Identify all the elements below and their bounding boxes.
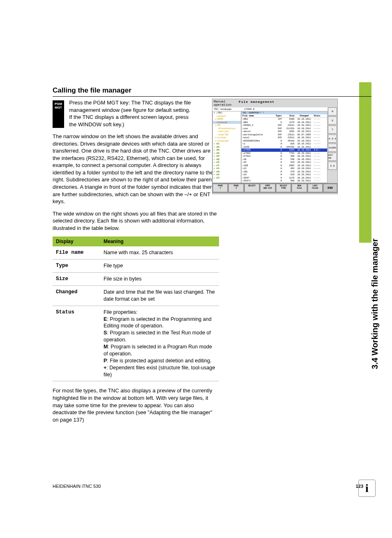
tree-item[interactable]: ▸ ⊟X: [213, 173, 241, 176]
table-cell-display: Status [53, 306, 100, 381]
tree-item[interactable]: ▸▭NK [213, 124, 241, 127]
tree-item[interactable]: ▸ ⊟V: [213, 167, 241, 170]
scr-file-columns: File name Type▾ Size Changed Statu [242, 114, 327, 118]
scr-softkey-row: PAGE⬆ PAGE⬇ SELECT COPY ABC→XYZ SELECT T… [212, 183, 337, 193]
file-row[interactable]: ▭35071H59618.10.2011----- [242, 179, 327, 183]
scr-side-buttons: MST⊕ S ⊕S100%OFF ONS ⊡ [327, 107, 337, 179]
scr-mode: Manual operation [212, 99, 238, 107]
tree-item[interactable]: ▭dumppgm [213, 121, 241, 124]
tree-item[interactable]: ▸ ⊟T: [213, 164, 241, 167]
tree-item[interactable]: ▭smarTNC [213, 133, 241, 137]
softkey-copy[interactable]: COPY ABC→XYZ [260, 184, 275, 192]
table-cell-meaning: File size in bytes [100, 273, 219, 286]
scr-file-list[interactable]: TNC:\DUMPPGM\*.* File name Type▾ Size Ch… [241, 111, 327, 183]
tree-item[interactable]: ▸ ⊟Z: [213, 176, 241, 180]
table-row: File nameName with max. 25 characters [53, 246, 219, 259]
tree-item[interactable]: ▸ ⊟H: [213, 146, 241, 149]
side-button[interactable]: S ⊡ [328, 162, 337, 170]
file-row[interactable]: ▭wzp1DXF2261118.10.2011----- [242, 136, 327, 139]
table-cell-meaning: Date and time that the file was last cha… [100, 285, 219, 306]
file-row[interactable]: ▭1H82618.10.2011----- [242, 142, 327, 146]
tree-item[interactable]: ▸ ⊟Q: [213, 158, 241, 161]
softkey-new-file[interactable]: NEW FILE [292, 184, 307, 192]
scr-path-right: 17000.H [243, 107, 337, 111]
file-row[interactable]: ▭0020500420msH4641625.10.2011----- [242, 139, 327, 143]
scr-tree-title: TNC:\DUMPPGM\*.* [242, 111, 327, 114]
tree-item[interactable]: ▸▭system [213, 136, 241, 139]
file-row[interactable]: ▭17011H36618.10.2011----- [242, 155, 327, 158]
info-icon: i [358, 480, 376, 497]
tree-item[interactable]: ▸▭DEMO [213, 118, 241, 121]
scr-titlebar: Manual operation File management [212, 99, 337, 107]
intro-paragraph: Press the PGM MGT key: The TNC displays … [69, 99, 192, 128]
tree-item[interactable]: ▭Presentation [213, 127, 241, 130]
side-button[interactable]: S [328, 116, 337, 125]
tree-item[interactable]: ▸ ⊟P: [213, 155, 241, 158]
softkey-select[interactable]: SELECT [244, 184, 259, 192]
scr-path-left: TNC:\dumppgm [212, 107, 243, 111]
file-row[interactable]: ▭1639H10443k18.10.2011----- [242, 146, 327, 149]
table-head-display: Display [53, 237, 100, 246]
table-cell-display: Changed [53, 285, 100, 306]
file-row[interactable]: ▭1NLH47818.10.2011----- [242, 170, 327, 174]
table-row: TypeFile type [53, 260, 219, 273]
tree-item[interactable]: ▾ ▭TNC: [213, 111, 241, 115]
softkey-end[interactable]: END [323, 184, 337, 192]
tree-item[interactable]: ▸ ⊟C: [213, 142, 241, 146]
heading-calling-file-manager: Calling the file manager [53, 86, 371, 97]
tree-item[interactable]: ▭service [213, 130, 241, 133]
scr-directory-tree[interactable]: ▾ ▭TNC: ▭cgtech ▸▭DEMO ▭dumppgm ▸▭NK ▭Pr… [212, 111, 241, 183]
softkey-select-type[interactable]: SELECT TYPE [276, 184, 291, 192]
scr-status-line: 94 Objects / 44301.6KBytes / 182.4GBytes… [242, 183, 327, 183]
file-row[interactable]: ▭1FH54418.10.2011----- [242, 161, 327, 164]
pgm-mgt-key-badge: PGM MGT [53, 100, 64, 128]
file-row[interactable]: ▭17000H233418.10.2011S-E-- [242, 148, 327, 152]
table-head-meaning: Meaning [100, 237, 219, 246]
file-row[interactable]: ▭FRAES_2DXF2261118.10.2011----- [242, 124, 327, 127]
tree-item[interactable]: ▸ ⊟O: [213, 152, 241, 155]
tree-item[interactable]: ▸ ⊟S: [213, 161, 241, 164]
softkey-last-files[interactable]: LAST FILES [308, 184, 323, 192]
file-row[interactable]: ▭werkzeugplatteDXF2261106.07.2005----- [242, 133, 327, 137]
paragraph-narrow-window: The narrow window on the left shows the … [53, 133, 219, 205]
file-row[interactable]: ▭1EH54618.10.2011----- [242, 158, 327, 161]
file-row[interactable]: ▭1IH40218.10.2011----- [242, 167, 327, 170]
file-row[interactable]: ▭deus1DXF183k18.10.2011----- [242, 130, 327, 133]
page-footer: HEIDENHAIN iTNC 530 123 [53, 484, 363, 489]
table-cell-display: Type [53, 260, 100, 273]
table-cell-meaning: Name with max. 25 characters [100, 246, 219, 259]
file-row[interactable]: ▭1SH51818.10.2011----- [242, 173, 327, 176]
paragraph-wide-window: The wide window on the right shows you a… [53, 210, 219, 232]
tree-item[interactable]: ▭cgtech [213, 115, 241, 118]
tree-item[interactable]: ▸ ⊟M: [213, 148, 241, 152]
paragraph-preview: For most file types, the TNC also displa… [53, 387, 219, 423]
side-button[interactable]: ⊕ S ⊕ [328, 134, 337, 143]
tree-item[interactable]: ▸▭tncguide [213, 139, 241, 143]
file-manager-screenshot: Manual operation File management TNC:\du… [212, 99, 338, 194]
tree-item[interactable]: ▸ ⊟W: [213, 170, 241, 174]
footer-product: HEIDENHAIN iTNC 530 [53, 484, 101, 489]
softkey-page-down[interactable]: PAGE⬇ [228, 184, 243, 192]
page-content: Calling the file manager PGM MGT Press t… [0, 0, 392, 445]
file-row[interactable]: ▭capDXF21132k18.10.2011----- [242, 127, 327, 130]
file-row[interactable]: ▭1GBH290218.10.2011----- [242, 164, 327, 167]
table-row: ChangedDate and time that the file was l… [53, 285, 219, 306]
side-button[interactable]: S100% [328, 144, 337, 152]
table-cell-meaning: File type [100, 260, 219, 273]
table-cell-display: File name [53, 246, 100, 259]
display-meaning-table: Display Meaning File nameName with max. … [53, 237, 219, 381]
file-row[interactable]: ▭3507H117018.10.2011----- [242, 176, 327, 180]
side-button[interactable]: OFF ON [328, 153, 337, 161]
file-row[interactable]: ▭NEUD127618.10.2011----- [242, 121, 327, 124]
table-row: SizeFile size in bytes [53, 273, 219, 286]
file-row[interactable]: ▭17002H775418.10.2011----- [242, 152, 327, 155]
side-button[interactable]: T [328, 125, 337, 134]
table-cell-meaning: File properties:E: Program is selected i… [100, 306, 219, 381]
scr-title-text: File management [238, 99, 276, 107]
file-row[interactable]: ▭NEUCDT528618.10.2011----- [242, 118, 327, 121]
table-row: StatusFile properties:E: Program is sele… [53, 306, 219, 381]
softkey-page-up[interactable]: PAGE⬆ [213, 184, 228, 192]
table-cell-display: Size [53, 273, 100, 286]
side-button[interactable]: M [328, 107, 337, 116]
